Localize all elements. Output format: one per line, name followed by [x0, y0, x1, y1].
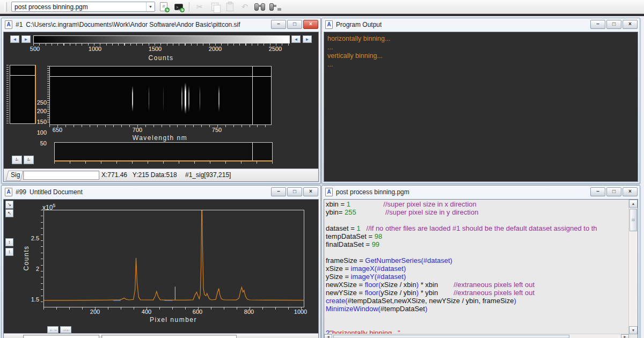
sig-tab-label[interactable]: Sig: [11, 171, 20, 179]
tick-label: 200: [37, 108, 47, 114]
vertical-scroll-thumb[interactable]: [630, 209, 637, 231]
cut-button[interactable]: ✂: [193, 1, 206, 13]
emission-line: [149, 86, 149, 112]
spectrum-titlebar[interactable]: A #99 Untitled Document – □ ×: [2, 186, 320, 198]
zoom-in-button[interactable]: ↘: [5, 201, 13, 209]
code-line: tempDataSet = 98: [326, 232, 629, 240]
minimize-button[interactable]: –: [271, 187, 286, 196]
tick-label: 500: [30, 46, 40, 52]
strip-cursor-line: [252, 143, 253, 160]
spectrum-x-axis-label: Pixel number: [150, 316, 197, 324]
x-scale-shrink-button[interactable]: →←: [60, 326, 71, 333]
maximize-button[interactable]: □: [606, 187, 621, 196]
window-code-editor: A post process binning.pgm – □ × xbin = …: [321, 185, 640, 338]
tick-label: 150: [37, 119, 47, 125]
minimize-button[interactable]: –: [590, 20, 605, 29]
maximize-button[interactable]: □: [287, 187, 302, 196]
pan-button-1[interactable]: ↔↔: [12, 156, 22, 164]
emission-line: [181, 86, 182, 112]
tick-label: 600: [193, 308, 202, 315]
program-selector-value: post process binning.pgm: [14, 3, 88, 11]
tick-label: 50: [40, 140, 47, 146]
scroll-up-button[interactable]: ▲: [629, 200, 638, 208]
scroll-down-button[interactable]: ▼: [629, 326, 638, 334]
play-icon: [180, 8, 185, 12]
window-sif-title: C:\Users\c.ingram\Documents\Work\Andor S…: [26, 21, 240, 28]
colorbar-left-back-button[interactable]: ◄: [10, 35, 19, 43]
copy-icon: [211, 3, 218, 11]
close-button[interactable]: ×: [623, 187, 638, 196]
image-x-axis-label: Wavelength nm: [133, 134, 187, 142]
close-button[interactable]: ×: [303, 187, 318, 196]
horizontal-scroll-thumb[interactable]: [333, 335, 569, 338]
image-y-tick-labels: 25020015010050: [30, 66, 47, 124]
scroll-right-button[interactable]: ►: [621, 334, 629, 338]
colorbar-gradient[interactable]: [33, 35, 290, 43]
toolbar-grip[interactable]: [4, 2, 7, 12]
minimize-button[interactable]: –: [271, 20, 286, 29]
horizontal-scrollbar[interactable]: ◄ ►: [324, 334, 629, 338]
strip-ticks: [54, 161, 273, 164]
chevron-down-icon[interactable]: ▼: [146, 2, 155, 11]
find-replace-button[interactable]: [268, 1, 281, 13]
tick-label: 1000: [294, 308, 307, 315]
find-button[interactable]: [253, 1, 266, 13]
thumbnail-ruler: [6, 65, 9, 124]
spectrum-status-field-1[interactable]: [23, 335, 99, 338]
window-spectrum: A #99 Untitled Document – □ × ↘ ↖ x105 C…: [1, 185, 321, 338]
pan-button-2[interactable]: ↔↔: [24, 156, 34, 164]
run-command-button[interactable]: >_: [172, 1, 185, 13]
andor-doc-icon: A: [5, 20, 12, 29]
tick-label: 400: [142, 308, 151, 315]
paste-button[interactable]: [223, 1, 236, 13]
sif-status-bar: Sig X:771.46 Y:215 Data:518 #1_sig[937,2…: [4, 168, 318, 181]
main-toolbar: post process binning.pgm ▼ # >_ ✂ ↶: [0, 0, 644, 14]
code-line: frameSize = GetNumberSeries(#dataset): [326, 256, 629, 264]
scroll-left-button[interactable]: ◄: [324, 334, 332, 338]
colorbar-left-forward-button[interactable]: ►: [21, 35, 31, 43]
maximize-button[interactable]: □: [606, 20, 621, 29]
colorbar-right-forward-button[interactable]: ►: [303, 35, 312, 43]
run-program-button[interactable]: #: [157, 1, 170, 13]
y-scale-expand-button[interactable]: ↕: [5, 238, 13, 246]
maximize-button[interactable]: □: [287, 20, 302, 29]
program-output-titlebar[interactable]: A Program Output – □ ×: [322, 18, 640, 31]
tick-label: 1.5: [31, 296, 39, 303]
spectrum-status-field-2: [101, 335, 237, 338]
andor-doc-icon: A: [325, 20, 333, 29]
minimize-button[interactable]: –: [590, 187, 605, 196]
window-sif-titlebar[interactable]: A #1 C:\Users\c.ingram\Documents\Work\An…: [2, 18, 320, 31]
close-button[interactable]: ×: [303, 20, 318, 29]
vertical-scrollbar[interactable]: ▲ ▼: [628, 200, 638, 334]
spectrum-plot[interactable]: [43, 210, 304, 307]
signal-name-field[interactable]: [23, 171, 99, 180]
undo-button[interactable]: ↶: [238, 1, 251, 13]
colorbar-right-back-button[interactable]: ◄: [291, 35, 301, 43]
y-scale-shrink-button[interactable]: ↕: [5, 248, 13, 256]
spectrum-x-tick-labels: 2004006008001000: [43, 308, 303, 315]
close-button[interactable]: ×: [623, 20, 638, 29]
zoom-out-button[interactable]: ↖: [5, 209, 13, 217]
tick-label: 1000: [89, 46, 101, 52]
row-profile-strip[interactable]: [54, 142, 273, 161]
spectrum-number: #99: [16, 188, 26, 196]
spectrum-status-bar: [4, 333, 318, 338]
code-editor-titlebar[interactable]: A post process binning.pgm – □ ×: [322, 186, 640, 198]
tick-label: 200: [90, 308, 100, 315]
image-x-tick-labels: 650700750: [4, 127, 319, 134]
code-text-area[interactable]: xbin = 1 //super pixel size in x directi…: [324, 200, 629, 334]
emission-line: [132, 86, 133, 112]
x-scale-expand-button[interactable]: ←→: [47, 326, 58, 333]
dataset-reference: #1_sig[937,215]: [185, 171, 231, 179]
code-line: [326, 313, 629, 321]
andor-doc-icon: A: [325, 188, 333, 196]
spectrum-y-tick-labels: 2.521.5: [24, 210, 39, 306]
tick-label: 1500: [149, 46, 162, 52]
copy-button[interactable]: [208, 1, 221, 13]
program-selector[interactable]: post process binning.pgm ▼: [11, 2, 155, 12]
undo-icon: ↶: [241, 2, 248, 12]
tick-label: 700: [133, 127, 142, 133]
code-line: xSize = imageX(#dataset): [326, 264, 629, 273]
binoculars-icon: [254, 3, 265, 11]
spectral-image-plot[interactable]: [49, 66, 272, 125]
